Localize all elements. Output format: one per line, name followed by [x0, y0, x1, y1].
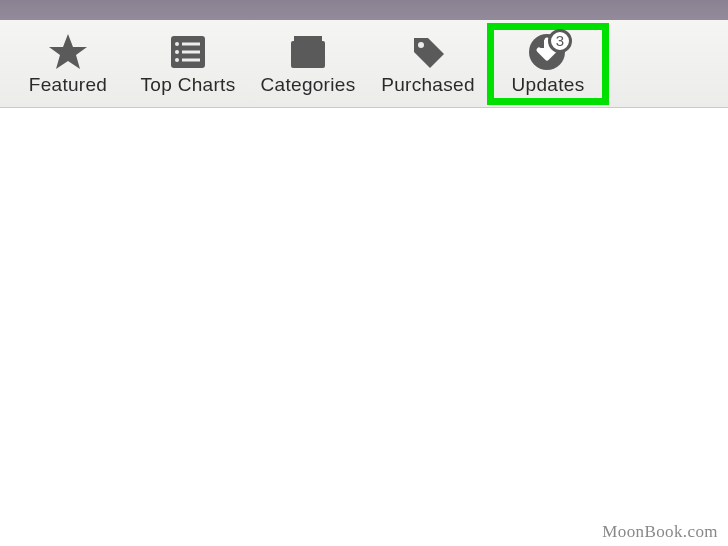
svg-rect-4: [182, 50, 200, 53]
watermark: MoonBook.com: [602, 522, 718, 542]
folder-icon: [291, 32, 325, 72]
svg-point-3: [175, 50, 179, 54]
svg-rect-8: [291, 41, 325, 68]
svg-point-9: [418, 42, 424, 48]
content-area: [0, 108, 728, 546]
svg-rect-6: [182, 58, 200, 61]
tab-label: Featured: [29, 74, 107, 96]
tab-purchased[interactable]: Purchased: [368, 24, 488, 104]
tag-icon: [410, 32, 446, 72]
tab-featured[interactable]: Featured: [8, 24, 128, 104]
svg-point-5: [175, 58, 179, 62]
tab-label: Categories: [261, 74, 356, 96]
svg-rect-2: [182, 42, 200, 45]
star-icon: [48, 32, 88, 72]
tab-label: Purchased: [381, 74, 475, 96]
badge-count: 3: [556, 32, 564, 49]
list-icon: [171, 32, 205, 72]
svg-point-1: [175, 42, 179, 46]
tab-categories[interactable]: Categories: [248, 24, 368, 104]
toolbar: Featured Top Charts Categories: [0, 20, 728, 108]
download-icon: 3: [527, 32, 569, 72]
tab-top-charts[interactable]: Top Charts: [128, 24, 248, 104]
updates-count-badge: 3: [548, 29, 572, 53]
tab-updates[interactable]: 3 Updates: [488, 24, 608, 104]
tab-label: Updates: [512, 74, 585, 96]
window-titlebar: [0, 0, 728, 20]
tab-label: Top Charts: [141, 74, 236, 96]
